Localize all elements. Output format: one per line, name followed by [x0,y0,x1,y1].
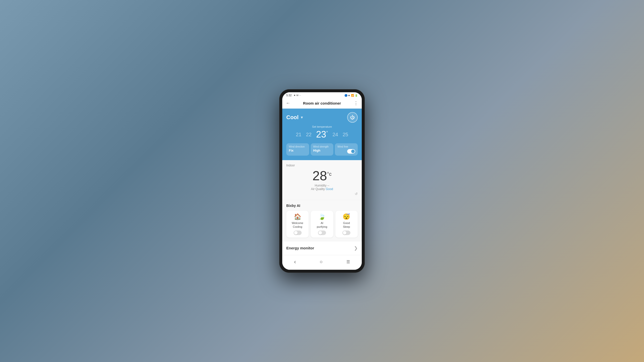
nav-recents-button[interactable]: ☰ [341,258,355,265]
bixby-cards-row: 🏠 WelcomeCooling 🍃 AIpurifying 😴 GoodSle… [286,211,358,238]
indoor-temperature: 28°c [286,169,358,182]
indoor-humidity: Humidity -- [286,184,358,187]
ai-purifying-label: AIpurifying [313,221,331,229]
nav-back-button[interactable]: ‹ [289,258,301,266]
wind-strength-card[interactable]: Wind strength High [311,143,334,156]
indoor-air-quality: Air Quality Good [286,187,358,191]
wind-direction-card[interactable]: Wind direction Fix [286,143,309,156]
wind-free-toggle[interactable] [347,149,355,154]
bixby-section: Bixby AI 🏠 WelcomeCooling 🍃 AIpurifying … [282,200,362,241]
control-section: Cool ▼ ⏻ Set temperature 21 22 23° 24 25 [282,109,362,160]
bixby-card-ai-purifying[interactable]: 🍃 AIpurifying [311,211,333,238]
wind-free-toggle-row [337,149,355,154]
temp-25[interactable]: 25 [343,132,348,138]
temp-21[interactable]: 21 [296,132,301,138]
energy-monitor-label: Energy monitor [286,246,314,250]
bottom-nav: ‹ ○ ☰ [282,255,362,270]
air-quality-value: Good [326,187,333,191]
welcome-cooling-toggle[interactable] [294,231,302,235]
bixby-card-welcome[interactable]: 🏠 WelcomeCooling [286,211,309,238]
menu-button[interactable]: ⋮ [354,100,358,106]
good-sleep-label: GoodSleep [337,221,356,229]
wind-strength-label: Wind strength [313,145,331,148]
power-icon: ⏻ [350,115,355,120]
ai-purifying-icon: 🍃 [313,213,331,220]
mode-dropdown-icon: ▼ [300,115,304,119]
power-button[interactable]: ⏻ [347,112,358,123]
wind-direction-label: Wind direction [289,145,307,148]
mode-selector[interactable]: Cool ▼ [286,114,304,121]
wind-free-label: Wind free [337,145,355,148]
mode-row: Cool ▼ ⏻ [286,112,358,123]
wind-free-card[interactable]: Wind free [335,143,358,156]
status-bar: 5:32 ★ W ··· 🔵 ★ 📶 🔋 [282,92,362,98]
temp-set-label: Set temperature [286,125,358,128]
wind-direction-value: Fix [289,149,307,152]
welcome-cooling-icon: 🏠 [288,213,307,220]
temp-23-active[interactable]: 23° [316,129,328,140]
indoor-title: Indoor [286,164,358,167]
wind-strength-value: High [313,149,331,152]
temp-22[interactable]: 22 [306,132,311,138]
indoor-section: Indoor 28°c Humidity -- Air Quality Good… [282,160,362,200]
nav-home-button[interactable]: ○ [315,258,328,266]
status-icons: 🔵 ★ 📶 🔋 [344,94,358,97]
page-title: Room air conditioner [303,101,341,105]
bixby-card-good-sleep[interactable]: 😴 GoodSleep [335,211,358,238]
refresh-button[interactable]: ↺ [286,192,358,196]
app-header: ← Room air conditioner ⋮ [282,98,362,109]
good-sleep-toggle[interactable] [342,231,350,235]
indoor-temp-unit: °c [327,171,332,177]
welcome-cooling-label: WelcomeCooling [288,221,307,229]
phone-screen: 5:32 ★ W ··· 🔵 ★ 📶 🔋 ← Room air conditio… [282,92,362,270]
temp-selector-row[interactable]: 21 22 23° 24 25 [286,129,358,140]
status-time: 5:32 ★ W ··· [286,94,301,97]
bixby-title: Bixby AI [286,204,358,208]
good-sleep-icon: 😴 [337,213,356,220]
phone-shell: 5:32 ★ W ··· 🔵 ★ 📶 🔋 ← Room air conditio… [279,89,365,273]
ai-purifying-toggle[interactable] [318,231,326,235]
temperature-section: Set temperature 21 22 23° 24 25 [286,125,358,140]
wind-controls: Wind direction Fix Wind strength High Wi… [286,143,358,156]
temp-24[interactable]: 24 [333,132,338,138]
energy-monitor-arrow-icon: ❯ [354,245,358,251]
back-button[interactable]: ← [286,101,290,106]
energy-monitor-row[interactable]: Energy monitor ❯ [282,241,362,255]
